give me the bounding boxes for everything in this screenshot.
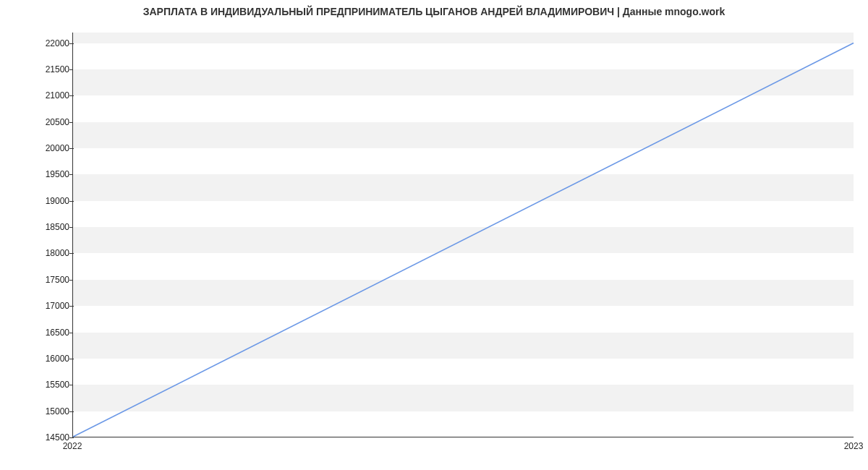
- y-tick-label: 18500: [12, 222, 69, 232]
- y-tick-label: 20000: [12, 143, 69, 153]
- chart-title: ЗАРПЛАТА В ИНДИВИДУАЛЬНЫЙ ПРЕДПРИНИМАТЕЛ…: [0, 6, 868, 17]
- y-tick-label: 21000: [12, 90, 69, 101]
- y-tick-label: 20500: [12, 117, 69, 127]
- y-tick-label: 16500: [12, 328, 69, 338]
- y-tick-label: 14500: [12, 432, 69, 443]
- plot-area: [72, 33, 854, 437]
- y-tick-label: 16000: [12, 354, 69, 364]
- x-tick-label: 2023: [844, 441, 864, 451]
- y-tick-label: 15000: [12, 406, 69, 416]
- x-tick-label: 2022: [63, 441, 82, 451]
- y-tick-label: 21500: [12, 64, 69, 74]
- y-tick-label: 18000: [12, 248, 69, 258]
- y-tick-label: 19500: [12, 169, 69, 179]
- y-tick-label: 19000: [12, 196, 69, 206]
- y-tick-label: 17000: [12, 301, 69, 311]
- data-line: [73, 33, 854, 437]
- line-chart: ЗАРПЛАТА В ИНДИВИДУАЛЬНЫЙ ПРЕДПРИНИМАТЕЛ…: [0, 0, 868, 470]
- y-tick-label: 17500: [12, 275, 69, 285]
- y-tick-label: 22000: [12, 38, 69, 48]
- y-tick-label: 15500: [12, 380, 69, 390]
